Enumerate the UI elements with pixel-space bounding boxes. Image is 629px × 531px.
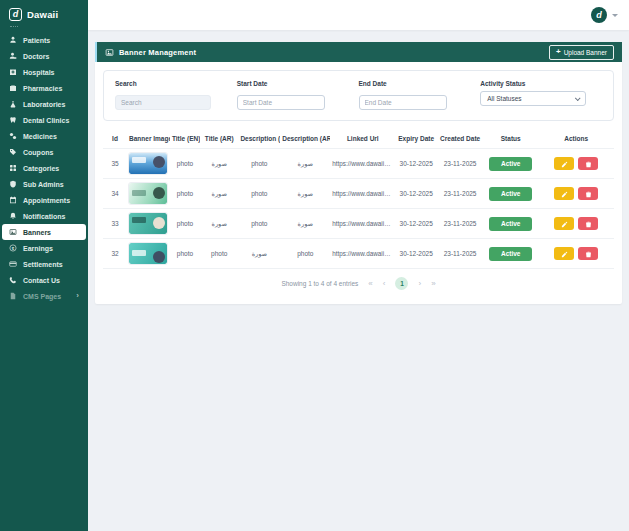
sidebar-item-dental-clinics[interactable]: Dental Clinics [0,112,88,128]
sidebar-item-contact-us[interactable]: Contact Us [0,272,88,288]
chevron-down-icon [575,95,581,101]
doctors-icon [9,52,17,60]
cell-status: Active [483,179,538,209]
sidebar-item-label: Hospitals [23,69,55,76]
pagination-first-button[interactable]: « [368,280,372,288]
cell-description-en: photo [238,209,280,239]
sidebar-item-label: Contact Us [23,277,60,284]
pagination-prev-button[interactable]: ‹ [383,280,386,288]
edit-button[interactable] [554,247,574,260]
search-input[interactable] [115,95,211,110]
trash-icon [585,246,592,261]
edit-button[interactable] [554,187,574,200]
sidebar-item-label: Categories [23,165,59,172]
page-title-wrap: Banner Management [105,48,196,57]
cell-created-date: 23-11-2025 [437,209,483,239]
sidebar-item-cms-pages[interactable]: CMS Pages› [0,288,88,304]
appointments-icon [9,196,17,204]
cell-description-ar: صورة [280,149,330,179]
thumbnail-figure [153,251,165,263]
pagination-last-button[interactable]: » [431,280,435,288]
sidebar-item-categories[interactable]: Categories [0,160,88,176]
end-date-label: End Date [359,80,481,87]
sidebar-item-notifications[interactable]: Notifications [0,208,88,224]
status-badge[interactable]: Active [489,187,533,201]
banner-icon [105,48,114,57]
column-header-id: Id [103,130,127,149]
edit-button[interactable] [554,157,574,170]
cell-expiry-date: 30-12-2025 [395,149,437,179]
table-row: 34photoصورةphotoصورةhttps://www.dawaiiap… [103,179,614,209]
patients-icon [9,36,17,44]
filter-start-date: Start Date [237,80,359,110]
edit-button[interactable] [554,217,574,230]
sidebar-item-medicines[interactable]: Medicines [0,128,88,144]
banner-thumbnail[interactable] [129,213,167,234]
chevron-down-icon[interactable] [612,14,618,17]
column-header-title-ar: Title (AR) [200,130,238,149]
column-header-description-ar: Description (AR) [280,130,330,149]
pagination: Showing 1 to 4 of 4 entries « ‹ 1 › » [103,268,614,292]
sidebar-item-patients[interactable]: Patients [0,32,88,48]
sidebar-item-earnings[interactable]: $Earnings [0,240,88,256]
start-date-input[interactable] [237,95,325,110]
avatar[interactable]: d [591,7,607,23]
cell-expiry-date: 30-12-2025 [395,179,437,209]
sidebar-item-label: Earnings [23,245,53,252]
brand-name: Dawaii [27,9,58,20]
start-date-label: Start Date [237,80,359,87]
sidebar-item-hospitals[interactable]: Hospitals [0,64,88,80]
sidebar-item-coupons[interactable]: Coupons [0,144,88,160]
sidebar-item-doctors[interactable]: Doctors [0,48,88,64]
column-header-created-date: Created Date [437,130,483,149]
delete-button[interactable] [578,247,598,260]
sidebar-item-pharmacies[interactable]: Pharmacies [0,80,88,96]
brand[interactable]: d Dawaii [0,0,88,24]
delete-button[interactable] [578,157,598,170]
cms-pages-icon [9,292,17,300]
cell-linked-url[interactable]: https://www.dawaiiapp.com [330,209,395,239]
table-row: 33photoصورةphotoصورةhttps://www.dawaiiap… [103,209,614,239]
sidebar: d Dawaii PatientsDoctorsHospitalsPharmac… [0,0,88,531]
pharmacies-icon [9,84,17,92]
filter-end-date: End Date [359,80,481,110]
status-badge[interactable]: Active [489,217,533,231]
sidebar-item-banners[interactable]: Banners [2,224,86,240]
status-badge[interactable]: Active [489,247,533,261]
cell-linked-url[interactable]: https://www.dawaiiapp.com [330,239,395,269]
sidebar-item-label: Doctors [23,53,49,60]
banner-thumbnail[interactable] [129,153,167,174]
pencil-icon [561,186,568,201]
app: d Dawaii PatientsDoctorsHospitalsPharmac… [0,0,629,531]
status-badge[interactable]: Active [489,157,533,171]
cell-banner-image [127,209,170,239]
cell-linked-url[interactable]: https://www.dawaiiapp.com [330,179,395,209]
activity-status-select[interactable]: All Statuses [480,91,586,106]
thumbnail-text-block [132,157,146,163]
filters-panel: Search Start Date End Date Activity Stat… [103,70,614,121]
cell-id: 34 [103,179,127,209]
sidebar-item-appointments[interactable]: Appointments [0,192,88,208]
sidebar-item-settlements[interactable]: Settlements [0,256,88,272]
banner-thumbnail[interactable] [129,183,167,204]
sidebar-item-sub-admins[interactable]: Sub Admins [0,176,88,192]
table-row: 32photophotoصورةphotohttps://www.dawaiia… [103,239,614,269]
sub-admins-icon [9,180,17,188]
cell-linked-url[interactable]: https://www.dawaiiapp.com [330,149,395,179]
earnings-icon: $ [9,244,17,252]
thumbnail-text-block [132,190,146,196]
laboratories-icon [9,100,17,108]
delete-button[interactable] [578,187,598,200]
pagination-current-page[interactable]: 1 [395,277,408,290]
banner-thumbnail[interactable] [129,243,167,264]
end-date-input[interactable] [359,95,447,110]
cell-actions [538,239,614,269]
cell-description-en: صورة [238,239,280,269]
sidebar-nav: PatientsDoctorsHospitalsPharmaciesLabora… [0,32,88,531]
pencil-icon [561,246,568,261]
sidebar-item-laboratories[interactable]: Laboratories [0,96,88,112]
pagination-next-button[interactable]: › [418,280,421,288]
delete-button[interactable] [578,217,598,230]
sidebar-item-label: Coupons [23,149,53,156]
upload-banner-button[interactable]: + Upload Banner [549,45,614,60]
